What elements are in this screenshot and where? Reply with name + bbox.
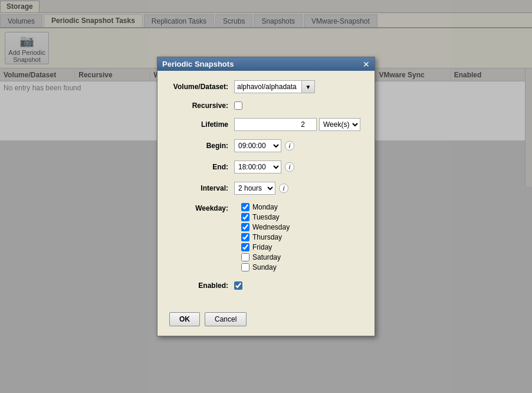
modal-close-button[interactable]: ✕ — [363, 60, 370, 68]
recursive-checkbox[interactable] — [234, 101, 242, 110]
lifetime-label: Lifetime — [169, 120, 234, 129]
monday-label: Monday — [252, 203, 278, 211]
cancel-button[interactable]: Cancel — [205, 312, 247, 326]
volume-dataset-label: Volume/Dataset: — [169, 83, 234, 91]
sunday-label: Sunday — [252, 263, 277, 271]
lifetime-row: Lifetime Hours Day(s) Week(s) Month(s) Y… — [169, 118, 363, 131]
interval-control: 5 min 10 min 15 min 30 min 1 hour 2 hour… — [234, 182, 363, 195]
volume-dataset-dropdown-button[interactable]: ▼ — [302, 80, 315, 93]
end-label: End: — [169, 163, 234, 171]
weekday-row: Weekday: Monday Tuesday — [169, 203, 363, 273]
saturday-checkbox[interactable] — [241, 253, 249, 261]
end-time-select[interactable]: 18:00:00 — [234, 161, 281, 173]
ok-button[interactable]: OK — [169, 312, 200, 326]
weekday-label: Weekday: — [169, 203, 234, 212]
list-item: Monday — [241, 203, 290, 211]
list-item: Saturday — [241, 253, 290, 261]
recursive-label: Recursive: — [169, 101, 234, 110]
modal-title: Periodic Snapshots — [162, 60, 234, 68]
enabled-checkbox[interactable] — [234, 281, 242, 290]
end-row: End: 18:00:00 i — [169, 161, 363, 173]
recursive-control — [234, 101, 363, 110]
wednesday-checkbox[interactable] — [241, 223, 249, 231]
volume-dataset-input[interactable] — [234, 80, 302, 93]
begin-info-icon[interactable]: i — [285, 141, 294, 150]
end-info-icon[interactable]: i — [285, 162, 294, 172]
weekday-control: Monday Tuesday Wednesday Thursday — [234, 203, 363, 273]
volume-dataset-row: Volume/Dataset: ▼ — [169, 80, 363, 93]
begin-control: 09:00:00 i — [234, 139, 363, 152]
enabled-label: Enabled: — [169, 281, 234, 290]
dropdown-arrow-icon: ▼ — [306, 84, 311, 90]
modal-overlay: Periodic Snapshots ✕ Volume/Dataset: ▼ — [0, 0, 532, 393]
tuesday-checkbox[interactable] — [241, 213, 249, 221]
saturday-label: Saturday — [252, 253, 281, 261]
monday-checkbox[interactable] — [241, 203, 249, 211]
sunday-checkbox[interactable] — [241, 263, 249, 271]
lifetime-input[interactable] — [234, 118, 317, 131]
begin-time-select[interactable]: 09:00:00 — [234, 139, 281, 152]
friday-checkbox[interactable] — [241, 243, 249, 251]
list-item: Wednesday — [241, 223, 290, 231]
wednesday-label: Wednesday — [252, 223, 290, 231]
modal-footer: OK Cancel — [157, 307, 375, 336]
list-item: Thursday — [241, 233, 290, 241]
thursday-label: Thursday — [252, 233, 282, 241]
interval-info-icon[interactable]: i — [279, 184, 288, 193]
friday-label: Friday — [252, 243, 272, 251]
begin-row: Begin: 09:00:00 i — [169, 139, 363, 152]
list-item: Sunday — [241, 263, 290, 271]
end-control: 18:00:00 i — [234, 161, 363, 173]
recursive-row: Recursive: — [169, 101, 363, 110]
tuesday-label: Tuesday — [252, 213, 280, 221]
list-item: Tuesday — [241, 213, 290, 221]
interval-select[interactable]: 5 min 10 min 15 min 30 min 1 hour 2 hour… — [234, 182, 275, 195]
enabled-control — [234, 281, 363, 290]
interval-label: Interval: — [169, 184, 234, 192]
modal-body: Volume/Dataset: ▼ Recursive: — [157, 71, 375, 307]
volume-dataset-control: ▼ — [234, 80, 363, 93]
enabled-row: Enabled: — [169, 281, 363, 290]
list-item: Friday — [241, 243, 290, 251]
interval-row: Interval: 5 min 10 min 15 min 30 min 1 h… — [169, 182, 363, 195]
periodic-snapshots-dialog: Periodic Snapshots ✕ Volume/Dataset: ▼ — [157, 57, 375, 336]
begin-label: Begin: — [169, 142, 234, 150]
weekday-list: Monday Tuesday Wednesday Thursday — [234, 203, 290, 273]
thursday-checkbox[interactable] — [241, 233, 249, 241]
modal-title-bar: Periodic Snapshots ✕ — [157, 57, 375, 71]
lifetime-control: Hours Day(s) Week(s) Month(s) Year(s) — [234, 118, 363, 131]
lifetime-unit-select[interactable]: Hours Day(s) Week(s) Month(s) Year(s) — [319, 118, 360, 131]
